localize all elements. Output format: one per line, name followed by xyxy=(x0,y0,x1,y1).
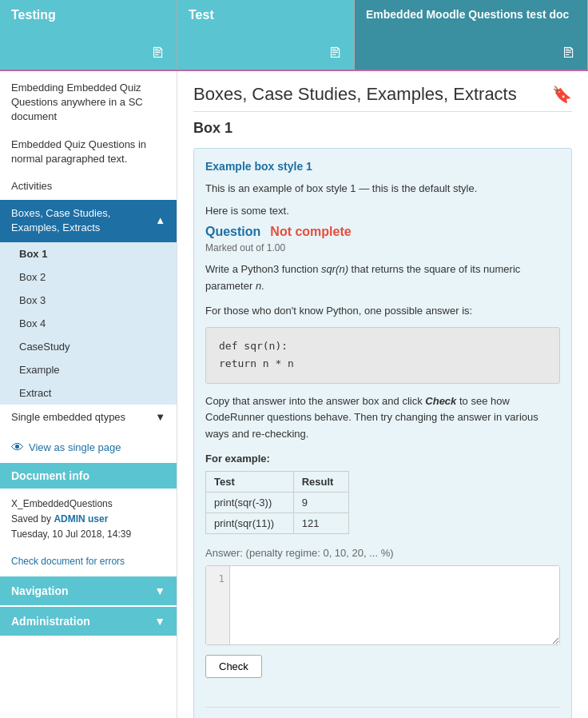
question-text-line1: Write a Python3 function sqr(n) that ret… xyxy=(205,261,560,295)
check-button[interactable]: Check xyxy=(205,655,262,678)
sidebar-item-activities[interactable]: Activities xyxy=(0,173,177,200)
box-title: Box 1 xyxy=(193,120,572,137)
table-cell-result-2: 121 xyxy=(293,513,348,533)
doc-date: Tuesday, 10 Jul 2018, 14:39 xyxy=(11,527,165,542)
tab-testing-icon: 🖹 xyxy=(151,45,165,62)
answer-textarea-wrapper: 1 xyxy=(205,565,560,645)
table-header-result: Result xyxy=(293,471,348,492)
tab-testing-title: Testing xyxy=(11,8,165,22)
view-as-page[interactable]: 👁 View as single page xyxy=(0,433,177,463)
example-box: Example box style 1 This is an example o… xyxy=(193,148,572,718)
check-errors: Check document for errors xyxy=(0,550,177,575)
sidebar-sub-example[interactable]: Example xyxy=(0,358,177,381)
navigation-section[interactable]: Navigation ▼ xyxy=(0,576,177,605)
tab-embedded[interactable]: Embedded Moodle Questions test doc 🖹 xyxy=(355,0,588,70)
code-line-1: def sqr(n): xyxy=(219,337,546,355)
doc-info-body: X_EmbeddedQuestions Saved by ADMIN user … xyxy=(0,489,177,551)
table-cell-result-1: 9 xyxy=(293,492,348,513)
administration-section[interactable]: Administration ▼ xyxy=(0,607,177,636)
sidebar-item-boxes[interactable]: Boxes, Case Studies, Examples, Extracts … xyxy=(0,200,177,241)
question-header: Question Not complete xyxy=(205,225,560,239)
table-row: print(sqr(11)) 121 xyxy=(206,513,349,533)
copy-text: Copy that answer into the answer box and… xyxy=(205,393,560,443)
table-header-test: Test xyxy=(206,471,294,492)
not-complete-label: Not complete xyxy=(270,225,351,239)
sidebar-item-embedded-normal[interactable]: Embedded Quiz Questions in normal paragr… xyxy=(0,131,177,173)
doc-saved-by: Saved by ADMIN user xyxy=(11,512,165,527)
tab-test-icon: 🖹 xyxy=(328,45,343,62)
sidebar: Embedding Embedded Quiz Questions anywhe… xyxy=(0,71,177,718)
bookmark-icon[interactable]: 🔖 xyxy=(552,85,572,104)
answer-label: Answer: (penalty regime: 0, 10, 20, ... … xyxy=(205,547,560,559)
code-block: def sqr(n): return n * n xyxy=(205,327,560,383)
admin-link[interactable]: ADMIN user xyxy=(54,513,108,525)
question-label: Question xyxy=(205,225,260,239)
main-layout: Embedding Embedded Quiz Questions anywhe… xyxy=(0,71,588,718)
for-example: For example: xyxy=(205,453,560,465)
sidebar-sub-box4[interactable]: Box 4 xyxy=(0,312,177,335)
chevron-up-icon: ▲ xyxy=(155,213,165,228)
sidebar-sub-box2[interactable]: Box 2 xyxy=(0,265,177,289)
sidebar-sub-box3[interactable]: Box 3 xyxy=(0,289,177,312)
test-table: Test Result print(sqr(-3)) 9 print(sqr(1… xyxy=(205,471,349,534)
marked-out: Marked out of 1.00 xyxy=(205,242,560,253)
line-numbers: 1 xyxy=(206,566,230,644)
tab-embedded-title: Embedded Moodle Questions test doc xyxy=(366,8,576,21)
page-heading: Boxes, Case Studies, Examples, Extracts … xyxy=(193,84,572,112)
tab-test-title: Test xyxy=(189,8,343,22)
table-row: print(sqr(-3)) 9 xyxy=(206,492,349,513)
page-heading-text: Boxes, Case Studies, Examples, Extracts xyxy=(193,84,517,105)
code-line-2: return n * n xyxy=(219,355,546,373)
administration-label: Administration xyxy=(11,615,90,628)
doc-filename: X_EmbeddedQuestions xyxy=(11,497,165,512)
sidebar-item-single-embedded[interactable]: Single embedded qtypes ▼ xyxy=(0,405,177,429)
tab-embedded-icon: 🖹 xyxy=(562,45,576,62)
answer-penalty-text: (penalty regime: 0, 10, 20, ... %) xyxy=(246,547,394,559)
doc-info-header: Document info xyxy=(0,463,177,489)
sidebar-nav: Embedding Embedded Quiz Questions anywhe… xyxy=(0,71,177,433)
chevron-down-icon: ▼ xyxy=(155,411,165,423)
example-box-title: Example box style 1 xyxy=(205,160,560,173)
view-as-page-label[interactable]: View as single page xyxy=(29,441,121,453)
sidebar-sub-box1[interactable]: Box 1 xyxy=(0,242,177,265)
tab-test[interactable]: Test 🖹 xyxy=(177,0,355,70)
eye-icon: 👁 xyxy=(11,441,24,455)
sidebar-sub-extract[interactable]: Extract xyxy=(0,381,177,405)
navigation-chevron: ▼ xyxy=(154,584,165,597)
sidebar-item-embedding[interactable]: Embedding Embedded Quiz Questions anywhe… xyxy=(0,74,177,131)
table-cell-test-1: print(sqr(-3)) xyxy=(206,492,294,513)
table-cell-test-2: print(sqr(11)) xyxy=(206,513,294,533)
answer-input[interactable] xyxy=(230,566,559,644)
administration-chevron: ▼ xyxy=(154,615,165,628)
check-errors-link[interactable]: Check document for errors xyxy=(11,556,125,567)
top-tabs: Testing 🖹 Test 🖹 Embedded Moodle Questio… xyxy=(0,0,588,71)
content-area: Boxes, Case Studies, Examples, Extracts … xyxy=(177,71,588,718)
navigation-label: Navigation xyxy=(11,584,69,597)
tab-testing[interactable]: Testing 🖹 xyxy=(0,0,177,70)
example-text-2: Here is some text. xyxy=(205,203,560,219)
example-text-1: This is an example of box style 1 — this… xyxy=(205,181,560,197)
sidebar-sub-casestudy[interactable]: CaseStudy xyxy=(0,335,177,358)
question-text-line2: For those who don't know Python, one pos… xyxy=(205,303,560,320)
